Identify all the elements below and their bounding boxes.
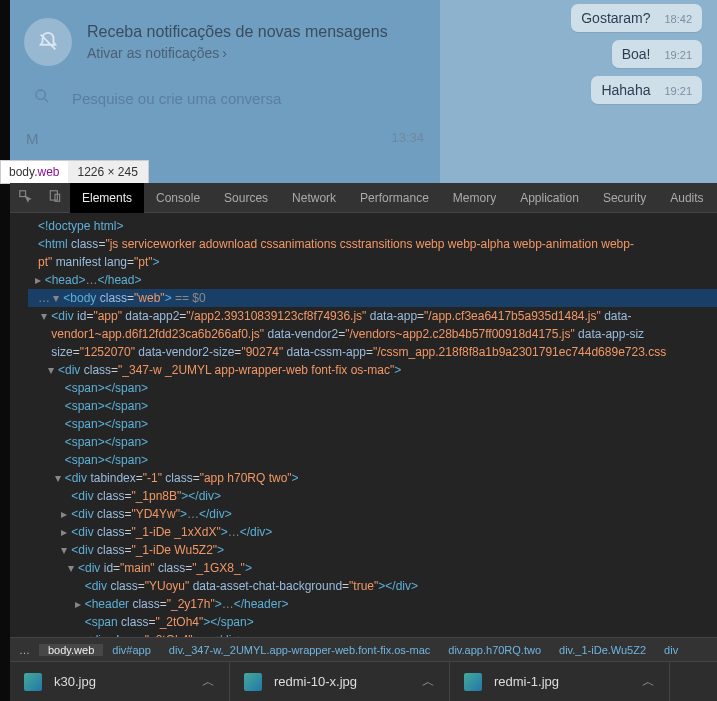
devtools-tab-security[interactable]: Security [591, 183, 658, 213]
chat-item-time: 13:34 [391, 130, 424, 147]
message-bubble[interactable]: Gostaram?18:42 [571, 4, 702, 32]
dom-line[interactable]: ▸<div class="_1-iDe _1xXdX">…</div> [28, 523, 717, 541]
search-icon [34, 88, 50, 108]
breadcrumb-item[interactable]: div [655, 644, 687, 656]
chat-name: M [26, 130, 39, 147]
dom-line[interactable]: <span></span> [28, 379, 717, 397]
svg-rect-2 [50, 191, 57, 200]
dom-line[interactable]: vendor1~app.d6f12fdd23ca6b266af0.js" dat… [28, 325, 717, 343]
dom-line[interactable]: ▸<header class="_2y17h">…</header> [28, 595, 717, 613]
dom-line[interactable]: … ▾<body class="web"> == $0 [28, 289, 717, 307]
dom-line[interactable]: ▾<div id="main" class="_1GX8_"> [28, 559, 717, 577]
dom-line[interactable]: pt" manifest lang="pt"> [28, 253, 717, 271]
dom-line[interactable]: <html class="js serviceworker adownload … [28, 235, 717, 253]
devtools-tab-performance[interactable]: Performance [348, 183, 441, 213]
devtools-tab-sources[interactable]: Sources [212, 183, 280, 213]
downloads-bar: k30.jpg︿redmi-10-x.jpg︿redmi-1.jpg︿ [10, 661, 717, 701]
dom-line[interactable]: ▾<div class="_1-iDe Wu5Z2"> [28, 541, 717, 559]
notification-subtitle-link[interactable]: Ativar as notificações › [87, 45, 388, 61]
bubble-text: Hahaha [601, 82, 650, 98]
dom-line[interactable]: <span></span> [28, 433, 717, 451]
dom-line[interactable]: <div class="YUoyu" data-asset-chat-backg… [28, 577, 717, 595]
devtools-tab-network[interactable]: Network [280, 183, 348, 213]
dom-line[interactable]: <span></span> [28, 451, 717, 469]
devtools-tab-elements[interactable]: Elements [70, 183, 144, 213]
bubble-text: Boa! [622, 46, 651, 62]
bubble-text: Gostaram? [581, 10, 650, 26]
bubble-time: 19:21 [664, 49, 692, 61]
dom-tree[interactable]: <!doctype html> <html class="js servicew… [10, 213, 717, 701]
breadcrumb-item[interactable]: body.web [39, 644, 103, 656]
dom-line[interactable]: <span class="_2tOh4"></span> [28, 613, 717, 631]
devtools-tab-memory[interactable]: Memory [441, 183, 508, 213]
download-item[interactable]: redmi-10-x.jpg︿ [230, 662, 450, 701]
message-bubble[interactable]: Boa!19:21 [612, 40, 702, 68]
image-icon [24, 673, 42, 691]
devtools-tab-audits[interactable]: Audits [658, 183, 715, 213]
breadcrumb-bar[interactable]: …body.webdiv#appdiv._347-w._2UMYL.app-wr… [10, 637, 717, 661]
dom-line[interactable]: <span></span> [28, 415, 717, 433]
message-bubble[interactable]: Hahaha19:21 [591, 76, 702, 104]
breadcrumb-item[interactable]: div._347-w._2UMYL.app-wrapper-web.font-f… [160, 644, 439, 656]
image-icon [464, 673, 482, 691]
whatsapp-pane: Receba notificações de novas mensagens A… [10, 0, 717, 183]
bell-off-icon [24, 18, 72, 66]
bubble-time: 19:21 [664, 85, 692, 97]
tooltip-dimensions: 1226 × 245 [68, 161, 148, 183]
breadcrumb-item[interactable]: div.app.h70RQ.two [439, 644, 550, 656]
inspect-icon[interactable] [10, 189, 40, 206]
devtools-toolbar: ElementsConsoleSourcesNetworkPerformance… [10, 183, 717, 213]
dom-line[interactable]: ▾<div id="app" data-app2="/app2.39310839… [28, 307, 717, 325]
dom-line[interactable]: <div class="_1pn8B"></div> [28, 487, 717, 505]
dom-line[interactable]: ▾<div class="_347-w _2UMYL app-wrapper-w… [28, 361, 717, 379]
dom-line[interactable]: <!doctype html> [28, 217, 717, 235]
notification-title: Receba notificações de novas mensagens [87, 23, 388, 41]
download-item[interactable]: k30.jpg︿ [10, 662, 230, 701]
chevron-right-icon: › [222, 45, 227, 61]
element-hover-tooltip: body.web 1226 × 245 [0, 160, 149, 184]
wa-sidebar: Receba notificações de novas mensagens A… [10, 0, 440, 183]
chevron-up-icon[interactable]: ︿ [422, 673, 435, 691]
chevron-up-icon[interactable]: ︿ [202, 673, 215, 691]
wa-chat-area: Gostaram?18:42Boa!19:21Hahaha19:21 [440, 0, 717, 183]
download-filename: redmi-1.jpg [494, 674, 559, 689]
dom-line[interactable]: ▸<head>…</head> [28, 271, 717, 289]
tooltip-selector: body.web [1, 165, 68, 179]
download-item[interactable]: redmi-1.jpg︿ [450, 662, 670, 701]
search-placeholder: Pesquise ou crie uma conversa [72, 90, 281, 107]
download-filename: k30.jpg [54, 674, 96, 689]
notification-banner[interactable]: Receba notificações de novas mensagens A… [10, 0, 440, 84]
message-bubble-stack: Gostaram?18:42Boa!19:21Hahaha19:21 [571, 4, 702, 104]
notification-text: Receba notificações de novas mensagens A… [87, 23, 388, 61]
svg-point-0 [36, 90, 45, 99]
dom-line[interactable]: ▸<div class="YD4Yw">…</div> [28, 505, 717, 523]
search-row[interactable]: Pesquise ou crie uma conversa [10, 84, 440, 120]
chat-list-item[interactable]: M 13:34 [10, 120, 440, 147]
devtools-tab-application[interactable]: Application [508, 183, 591, 213]
devtools-tab-console[interactable]: Console [144, 183, 212, 213]
breadcrumb-item[interactable]: div#app [103, 644, 160, 656]
chevron-up-icon[interactable]: ︿ [642, 673, 655, 691]
breadcrumb-item[interactable]: div._1-iDe.Wu5Z2 [550, 644, 655, 656]
devtools-panel: ElementsConsoleSourcesNetworkPerformance… [10, 183, 717, 701]
bubble-time: 18:42 [664, 13, 692, 25]
dom-line[interactable]: ▾<div tabindex="-1" class="app h70RQ two… [28, 469, 717, 487]
dom-line[interactable]: size="1252070" data-vendor2-size="90274"… [28, 343, 717, 361]
device-toggle-icon[interactable] [40, 189, 70, 206]
image-icon [244, 673, 262, 691]
dom-line[interactable]: <span></span> [28, 397, 717, 415]
download-filename: redmi-10-x.jpg [274, 674, 357, 689]
breadcrumb-item[interactable]: … [10, 644, 39, 656]
